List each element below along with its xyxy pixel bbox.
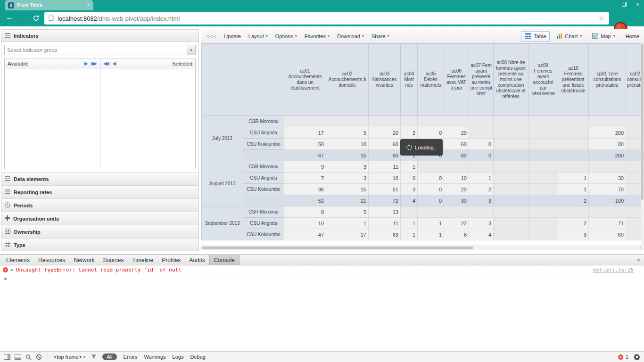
address-bar[interactable]: localhost:8082/dhis-web-pivot/app/index.… bbox=[44, 12, 609, 25]
console-drawer-icon[interactable] bbox=[15, 354, 21, 360]
devtools-tab-elements[interactable]: Elements bbox=[2, 255, 34, 265]
devtools-tab-console[interactable]: Console bbox=[209, 255, 239, 265]
pivot-value-cell: 10 bbox=[284, 218, 326, 229]
pivot-value-cell: 1 bbox=[401, 229, 418, 240]
minimize-button[interactable]: – bbox=[609, 1, 612, 8]
dock-icon[interactable] bbox=[4, 354, 10, 360]
toolbar-menu-download[interactable]: Download▾ bbox=[337, 33, 364, 39]
pivot-org-cell: CSU Angoda bbox=[243, 218, 284, 229]
combobox-dropdown-button[interactable]: ▼ bbox=[187, 45, 195, 55]
sidebar-section-data-elements[interactable]: Data elements bbox=[1, 172, 198, 185]
chevron-down-icon: ▾ bbox=[613, 34, 615, 38]
pivot-value-cell: 52 bbox=[284, 195, 326, 206]
move-left-icon[interactable]: ◀ bbox=[112, 61, 116, 66]
console-filter-logs[interactable]: Logs bbox=[173, 354, 184, 360]
error-source-link[interactable]: ext-all.js:15 bbox=[593, 267, 641, 273]
move-right-icon[interactable]: ▶ bbox=[84, 61, 88, 66]
pivot-value-cell bbox=[284, 116, 326, 127]
vertical-scrollbar-thumb[interactable] bbox=[641, 44, 644, 200]
update-button[interactable]: Update bbox=[224, 33, 240, 39]
indicator-group-combobox[interactable]: Select indicator group ▼ bbox=[4, 45, 196, 55]
forward-button[interactable]: → bbox=[17, 13, 28, 22]
chevron-down-icon: ▾ bbox=[295, 34, 297, 38]
move-all-right-icon[interactable]: ▶▶ bbox=[91, 61, 97, 66]
pivot-value-cell: 4 bbox=[401, 195, 418, 206]
close-window-button[interactable]: × bbox=[636, 1, 639, 8]
gear-icon[interactable] bbox=[634, 354, 640, 360]
sidebar-section-type[interactable]: Type bbox=[1, 238, 198, 251]
sidebar-section-label: Indicators bbox=[14, 33, 39, 39]
sidebar-section-label: Periods bbox=[14, 203, 33, 208]
devtools-tab-sources[interactable]: Sources bbox=[99, 255, 128, 265]
map-view-button[interactable]: Map ▾ bbox=[588, 31, 619, 41]
pivot-value-cell: 21 bbox=[326, 195, 369, 206]
toolbar-menu-share[interactable]: Share▾ bbox=[372, 33, 389, 39]
chart-view-button[interactable]: Chart ▾ bbox=[553, 31, 586, 41]
chevron-down-icon: ▾ bbox=[362, 34, 364, 38]
console-error-row[interactable]: × ▶ Uncaught TypeError: Cannot read prop… bbox=[0, 266, 644, 274]
pivot-value-cell: 3 bbox=[401, 184, 418, 195]
pivot-column-header: ac02 Accouchements à domicile bbox=[326, 44, 369, 116]
pivot-value-cell bbox=[494, 127, 528, 139]
toolbar-menu-favorites[interactable]: Favorites▾ bbox=[305, 33, 330, 39]
pivot-value-cell: 15 bbox=[326, 184, 369, 195]
pivot-corner-cell bbox=[202, 44, 284, 116]
pivot-value-cell: 17 bbox=[284, 127, 326, 139]
search-icon[interactable] bbox=[25, 354, 32, 360]
pivot-value-cell bbox=[558, 161, 589, 173]
console-filter-errors[interactable]: Errors bbox=[124, 354, 138, 360]
console-filter-debug[interactable]: Debug bbox=[190, 354, 205, 360]
horizontal-scrollbar-thumb[interactable] bbox=[202, 247, 473, 249]
pivot-value-cell: 2 bbox=[469, 184, 494, 195]
table-view-button[interactable]: Table bbox=[521, 31, 550, 41]
clear-console-icon[interactable] bbox=[36, 354, 42, 360]
bookmark-star-icon[interactable]: ☆ bbox=[599, 14, 605, 23]
devtools-tab-resources[interactable]: Resources bbox=[34, 255, 69, 265]
back-button[interactable]: ← bbox=[4, 13, 15, 22]
console-filter-warnings[interactable]: Warnings bbox=[144, 354, 166, 360]
restore-window-button[interactable] bbox=[622, 1, 627, 8]
sidebar-section-reporting-rates[interactable]: Reporting rates bbox=[1, 185, 198, 198]
console-prompt[interactable]: > bbox=[0, 275, 11, 283]
devtools-close-icon[interactable]: × bbox=[636, 256, 640, 263]
pivot-value-cell bbox=[528, 116, 558, 127]
table-icon bbox=[525, 33, 531, 40]
available-list[interactable] bbox=[5, 69, 100, 169]
devtools-tab-timeline[interactable]: Timeline bbox=[128, 255, 157, 265]
tab-close-icon[interactable]: × bbox=[87, 2, 90, 8]
pivot-value-cell: 7 bbox=[284, 173, 326, 184]
devtools-tab-network[interactable]: Network bbox=[69, 255, 99, 265]
frame-selector[interactable]: <top frame> ▾ bbox=[54, 354, 85, 360]
window-controls: – × bbox=[609, 1, 639, 8]
home-button[interactable]: Home bbox=[626, 33, 639, 39]
console-filter-all[interactable]: All bbox=[102, 354, 116, 360]
pivot-value-cell bbox=[558, 127, 589, 139]
refresh-button[interactable] bbox=[30, 15, 41, 24]
toolbar-menu-options[interactable]: Options▾ bbox=[275, 33, 297, 39]
devtools-tab-audits[interactable]: Audits bbox=[185, 255, 209, 265]
sidebar-section-indicators[interactable]: Indicators bbox=[1, 30, 198, 42]
selected-label: Selected bbox=[172, 61, 192, 66]
toolbar-menu-layout[interactable]: Layout▾ bbox=[248, 33, 268, 39]
console-filters: AllErrorsWarningsLogsDebug bbox=[102, 354, 206, 360]
sidebar-section-periods[interactable]: Periods bbox=[1, 198, 198, 212]
pivot-value-cell bbox=[589, 116, 626, 127]
filter-funnel-icon[interactable] bbox=[91, 354, 97, 360]
horizontal-scrollbar[interactable] bbox=[201, 246, 641, 250]
list-icon bbox=[5, 33, 10, 39]
disclosure-triangle-icon[interactable]: ▶ bbox=[11, 268, 13, 272]
loading-tooltip: Loading.. bbox=[400, 139, 443, 156]
toolbar-menu-label: Favorites bbox=[305, 33, 326, 39]
collapse-west-panel-button[interactable]: <<< bbox=[206, 33, 216, 39]
selected-list[interactable] bbox=[100, 69, 195, 169]
sidebar-section-ownership[interactable]: Ownership bbox=[1, 225, 198, 238]
devtools-tab-profiles[interactable]: Profiles bbox=[157, 255, 185, 265]
move-all-left-icon[interactable]: ◀◀ bbox=[103, 61, 109, 66]
sidebar-section-organisation-units[interactable]: Organisation units bbox=[1, 212, 198, 225]
error-count-icon[interactable]: × bbox=[618, 354, 623, 360]
vertical-scrollbar[interactable] bbox=[641, 43, 644, 250]
pivot-value-cell: 1 bbox=[469, 173, 494, 184]
pivot-value-cell: 5 bbox=[326, 127, 369, 139]
browser-tab[interactable]: 2 Pivot Table × bbox=[5, 0, 93, 10]
error-count[interactable]: 1 bbox=[626, 354, 628, 360]
